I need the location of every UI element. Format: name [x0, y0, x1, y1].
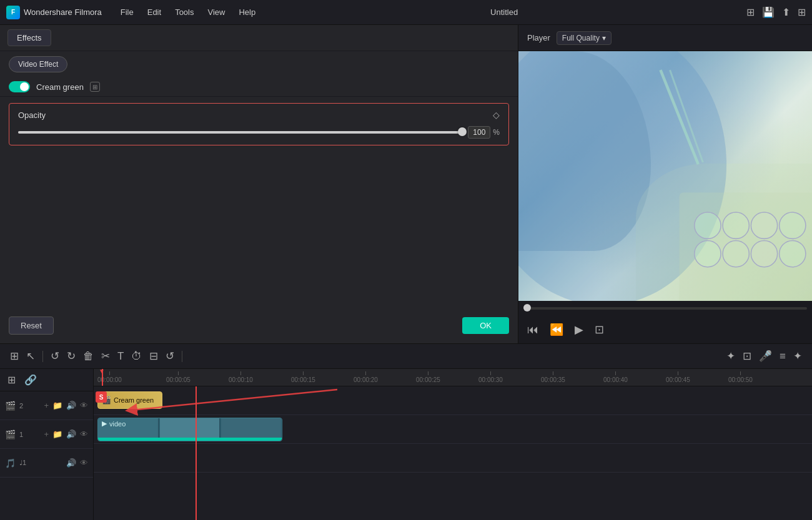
timer-tool[interactable]: ⏱: [129, 348, 144, 365]
time-mark-20: 00:00:20: [354, 371, 378, 383]
track2-volume-icon[interactable]: 🔊: [66, 401, 76, 410]
fx-tool[interactable]: ✦: [724, 347, 738, 365]
adjust-tool[interactable]: ⊟: [147, 347, 161, 365]
play-back-button[interactable]: ⏪: [550, 323, 563, 336]
select-tool[interactable]: ⊞: [7, 347, 21, 365]
tracks-container: S 🎬 Cream green: [94, 386, 812, 520]
keyframe-diamond-icon[interactable]: ◇: [493, 110, 500, 120]
caption-tool[interactable]: ≡: [777, 348, 788, 365]
cut-tool[interactable]: ✂: [99, 347, 112, 365]
seekbar-thumb[interactable]: [523, 304, 531, 312]
tracka1-eye-icon[interactable]: 👁: [80, 458, 88, 468]
quality-selector[interactable]: Full Quality ▾: [557, 31, 611, 45]
step-back-button[interactable]: ⏮: [527, 323, 538, 336]
player-seekbar[interactable]: [518, 301, 812, 316]
save-icon[interactable]: 💾: [762, 6, 775, 18]
timeline-section: ⊞ ↖ ↺ ↻ 🗑 ✂ T ⏱ ⊟ ↺ ✦ ⊡ 🎤 ≡ ✦ ⊞ 🔗 🎬 2: [0, 343, 812, 520]
video-clip[interactable]: ▶ video: [97, 418, 282, 441]
timeline-playhead: [196, 386, 197, 520]
time-mark-5: 00:00:05: [166, 371, 191, 383]
menu-view[interactable]: View: [201, 5, 231, 19]
track-label-1: 🎬 1 + 📁 🔊 👁: [0, 420, 93, 449]
time-mark-50: 00:00:50: [728, 371, 753, 383]
reset-button[interactable]: Reset: [9, 316, 54, 335]
mic-tool[interactable]: 🎤: [756, 347, 775, 365]
shield-tool[interactable]: ⊡: [740, 347, 754, 365]
opacity-slider-fill: [18, 131, 463, 134]
cream-green-toggle[interactable]: [9, 81, 30, 92]
menu-help[interactable]: Help: [232, 5, 262, 19]
track1-label: 1: [19, 431, 23, 438]
video-clip-name: video: [109, 420, 126, 428]
video-effect-button[interactable]: Video Effect: [9, 56, 67, 72]
player-label: Player: [527, 33, 550, 42]
info-icon[interactable]: ⊞: [90, 82, 100, 92]
menu-tools[interactable]: Tools: [169, 5, 200, 19]
timeline-header-controls: ⊞ 🔗: [0, 369, 93, 391]
track2-folder-icon[interactable]: 📁: [52, 401, 62, 410]
percent-label: %: [493, 128, 500, 137]
grid-icon[interactable]: ⊞: [798, 6, 806, 18]
undo-tool[interactable]: ↺: [48, 347, 62, 365]
opacity-label: Opacity: [18, 110, 46, 120]
menu-edit[interactable]: Edit: [141, 5, 167, 19]
crop-button[interactable]: ⊡: [595, 323, 604, 336]
track2-label: 2: [19, 402, 23, 410]
track1-eye-icon[interactable]: 👁: [80, 429, 88, 439]
layout-icon[interactable]: ⊞: [746, 6, 755, 18]
add-media-icon[interactable]: ⊞: [5, 371, 18, 388]
cream-green-label: Cream green: [36, 82, 84, 92]
timeline-toolbar: ⊞ ↖ ↺ ↻ 🗑 ✂ T ⏱ ⊟ ↺ ✦ ⊡ 🎤 ≡ ✦: [0, 344, 812, 369]
opacity-section: Opacity ◇ 100 %: [9, 103, 509, 145]
upload-icon[interactable]: ⬆: [782, 6, 790, 18]
time-mark-45: 00:00:45: [666, 371, 690, 383]
effect-clip[interactable]: 🎬 Cream green: [97, 391, 162, 409]
tracka1-volume-icon[interactable]: 🔊: [66, 458, 76, 468]
time-mark-40: 00:00:40: [603, 371, 628, 383]
tracka1-type-icon: 🎵: [5, 458, 16, 468]
time-mark-35: 00:00:35: [541, 371, 565, 383]
time-mark-15: 00:00:15: [291, 371, 315, 383]
rotate-tool[interactable]: ↺: [163, 347, 177, 365]
ok-button[interactable]: OK: [462, 317, 509, 334]
opacity-value[interactable]: 100: [468, 126, 490, 139]
track2-eye-icon[interactable]: 👁: [80, 401, 88, 410]
redo-tool[interactable]: ↻: [64, 347, 78, 365]
delete-tool[interactable]: 🗑: [81, 348, 96, 365]
track2-bg: [94, 386, 812, 415]
playhead-ruler[interactable]: [102, 369, 103, 386]
menu-file[interactable]: File: [114, 5, 140, 19]
app-title: Untitled: [262, 7, 746, 17]
video-effect-bar: Video Effect: [0, 51, 518, 77]
app-name: Wondershare Filmora: [24, 7, 102, 17]
track1-add-icon[interactable]: +: [44, 429, 49, 439]
svg-rect-12: [518, 51, 812, 301]
toolbar-sep-1: [42, 351, 43, 362]
opacity-slider-row: 100 %: [18, 126, 500, 139]
video-preview: [518, 51, 812, 301]
player-panel: Player Full Quality ▾: [518, 25, 812, 343]
link-icon[interactable]: 🔗: [22, 371, 39, 388]
seekbar-track[interactable]: [523, 307, 807, 310]
player-header: Player Full Quality ▾: [518, 25, 812, 51]
track-row-a1: [94, 444, 812, 473]
opacity-slider-thumb[interactable]: [458, 127, 467, 136]
track1-volume-icon[interactable]: 🔊: [66, 429, 76, 439]
menu-bar: File Edit Tools View Help: [114, 5, 262, 19]
track-row-1: ▶ video: [94, 415, 812, 444]
video-clip-bottom-bar: [98, 438, 282, 441]
effects-panel: Effects Video Effect Cream green ⊞ Opaci…: [0, 25, 518, 343]
opacity-value-box: 100 %: [468, 126, 500, 139]
magic-tool[interactable]: ✦: [791, 347, 805, 365]
effects-tab[interactable]: Effects: [7, 29, 51, 46]
pointer-tool[interactable]: ↖: [24, 347, 37, 365]
top-icons: ⊞ 💾 ⬆ ⊞: [746, 6, 806, 18]
track2-controls: + 📁 🔊 👁: [44, 401, 88, 410]
play-button[interactable]: ▶: [575, 323, 583, 336]
track2-add-icon[interactable]: +: [44, 401, 49, 410]
track1-folder-icon[interactable]: 📁: [52, 429, 62, 439]
logo: F Wondershare Filmora: [6, 6, 102, 19]
video-svg: [518, 51, 812, 301]
text-tool[interactable]: T: [115, 348, 126, 365]
opacity-slider-track[interactable]: [18, 131, 463, 134]
